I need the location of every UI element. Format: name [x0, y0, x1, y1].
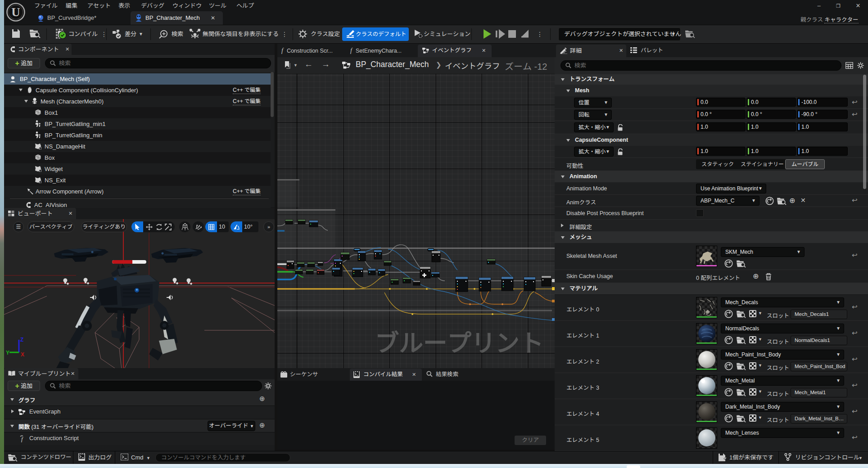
svg-text:U: U — [11, 5, 20, 19]
svg-text:Y: Y — [6, 350, 9, 356]
svg-text:X: X — [21, 351, 24, 358]
svg-text:f: f — [21, 436, 24, 442]
svg-text:Z: Z — [20, 337, 23, 343]
